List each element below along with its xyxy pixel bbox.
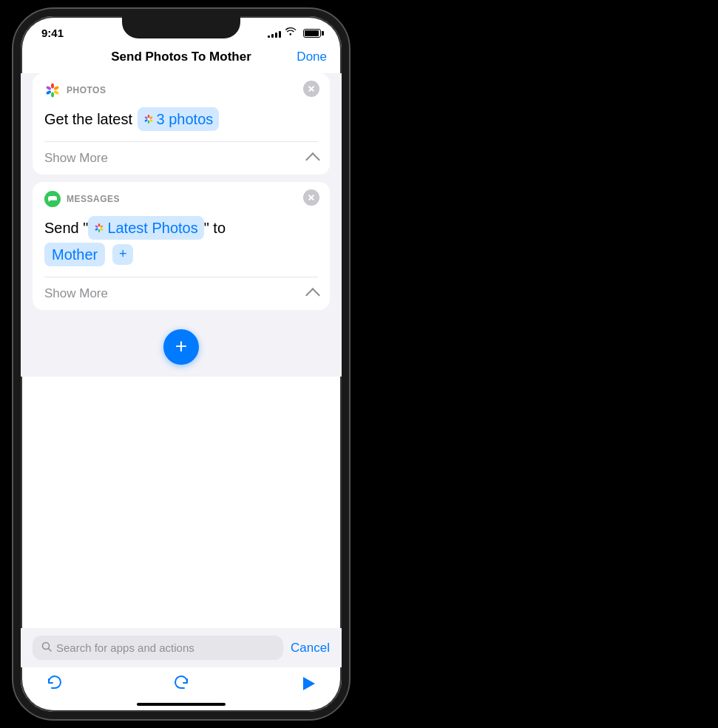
photos-show-more[interactable]: Show More [33,142,330,175]
wifi-icon [285,27,297,38]
photos-count-token[interactable]: 3 photos [138,107,220,131]
status-time: 9:41 [41,27,64,39]
messages-card-content: Send " Latest Photos " to [33,213,330,277]
notch [122,16,240,38]
add-action-button[interactable]: + [163,329,199,365]
svg-point-15 [98,223,101,226]
messages-close-button[interactable] [303,189,319,206]
add-action-icon: + [175,336,187,357]
messages-action-text: Send " Latest Photos " to [44,220,226,236]
photos-count-label: 3 photos [157,109,214,129]
photos-token-icon [143,114,154,124]
home-indicator [137,703,226,706]
nav-header: Send Photos To Mother Done [21,44,342,73]
photos-chevron-icon [305,152,320,167]
photos-action-text: Get the latest 3 photos [44,111,220,127]
search-icon [41,641,52,654]
svg-point-18 [98,229,101,232]
bottom-search-bar: Search for apps and actions Cancel [21,628,342,667]
photos-close-button[interactable] [303,81,319,97]
photos-card-content: Get the latest 3 photos [33,104,330,141]
battery-icon [303,29,321,38]
messages-app-icon [44,191,61,207]
svg-marker-23 [303,677,315,690]
signal-strength-icon [268,29,281,38]
play-button[interactable] [294,670,321,697]
done-button[interactable]: Done [297,50,327,64]
photos-show-more-label: Show More [44,151,108,166]
svg-point-8 [147,115,149,118]
messages-show-more-label: Show More [44,286,108,301]
photos-card-header: PHOTOS [33,73,330,104]
messages-recipients: Mother + [44,243,133,266]
messages-card-header: MESSAGES [33,182,330,213]
latest-photos-token-icon [94,223,104,233]
page-title: Send Photos To Mother [111,50,251,64]
add-recipient-button[interactable]: + [112,244,133,265]
messages-show-more[interactable]: Show More [33,277,330,310]
send-prefix: Send " [44,220,88,236]
messages-app-label: MESSAGES [67,194,120,204]
bottom-toolbar [21,670,342,706]
status-icons [268,27,321,38]
photos-app-label: PHOTOS [67,85,106,95]
undo-icon [44,673,65,694]
messages-action-card: MESSAGES Send " [33,182,330,310]
redo-icon [171,673,192,694]
cancel-button[interactable]: Cancel [291,641,330,655]
search-field[interactable]: Search for apps and actions [33,636,283,660]
redo-button[interactable] [168,670,194,697]
svg-line-22 [49,649,52,652]
get-latest-prefix: Get the latest [44,111,132,127]
photos-action-card: PHOTOS Get the latest [33,73,330,175]
mother-recipient-chip[interactable]: Mother [44,243,105,266]
messages-chevron-icon [305,288,320,303]
svg-point-4 [51,92,54,98]
undo-button[interactable] [41,670,68,697]
play-icon [297,673,318,694]
photos-app-icon [44,82,61,98]
content-area: PHOTOS Get the latest [21,73,342,377]
search-placeholder-text: Search for apps and actions [56,641,194,654]
latest-photos-token[interactable]: Latest Photos [88,216,203,240]
recipient-label: Mother [52,244,98,265]
svg-point-11 [147,121,149,124]
svg-point-1 [51,84,54,89]
send-suffix: " to [204,220,226,236]
latest-photos-label: Latest Photos [107,218,197,238]
add-action-area: + [33,317,330,377]
